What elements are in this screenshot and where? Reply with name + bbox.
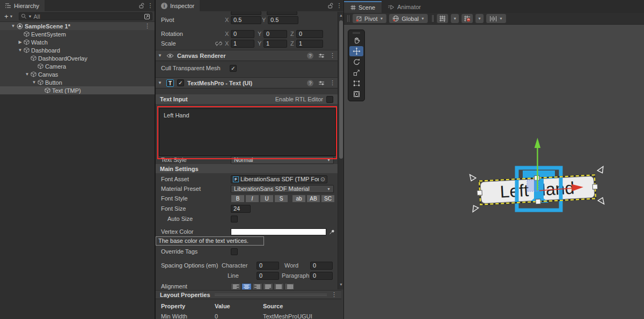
- spacing-paragraph-field[interactable]: 0: [310, 272, 333, 280]
- layout-menu-icon[interactable]: ⋮: [331, 291, 337, 298]
- rotation-x-field[interactable]: 0: [231, 30, 254, 38]
- spacing-character-field[interactable]: 0: [257, 262, 279, 270]
- vertex-color-swatch[interactable]: [231, 228, 326, 235]
- grid-snap-caret[interactable]: ▼: [475, 14, 484, 23]
- hierarchy-row[interactable]: ▶ DashboardOverlay: [0, 54, 155, 62]
- clipped-field[interactable]: [231, 11, 261, 15]
- foldout-collapsed-icon[interactable]: ▶: [17, 40, 24, 44]
- rotation-y-field[interactable]: 0: [264, 30, 287, 38]
- lowercase-button[interactable]: ab: [292, 195, 306, 203]
- eyedropper-icon[interactable]: [329, 229, 335, 235]
- scene-menu-icon[interactable]: ⋮: [144, 23, 150, 29]
- eye-icon[interactable]: [166, 53, 174, 58]
- smallcaps-button[interactable]: SC: [321, 195, 335, 203]
- palette-grip[interactable]: [349, 31, 363, 35]
- foldout-expanded-icon[interactable]: ▼: [158, 53, 163, 58]
- cull-checkbox[interactable]: [230, 65, 237, 72]
- foldout-expanded-icon[interactable]: ▼: [31, 80, 38, 85]
- align-left-button[interactable]: [231, 283, 241, 290]
- rtl-checkbox[interactable]: [326, 96, 333, 103]
- align-justify-button[interactable]: [263, 283, 273, 290]
- strikethrough-button[interactable]: S: [274, 195, 288, 203]
- object-picker-icon[interactable]: ⊙: [320, 176, 325, 183]
- presets-icon[interactable]: [318, 80, 325, 86]
- grid-visibility-caret[interactable]: ▼: [451, 14, 459, 23]
- hierarchy-empty-area[interactable]: [0, 94, 155, 319]
- xy-plane-handle[interactable]: [527, 180, 538, 191]
- uppercase-button[interactable]: AB: [306, 195, 320, 203]
- foldout-expanded-icon[interactable]: ▼: [17, 48, 24, 53]
- create-object-button[interactable]: +▼: [2, 12, 16, 20]
- spacing-line-field[interactable]: 0: [257, 272, 279, 280]
- scroll-up-icon[interactable]: ▲: [338, 13, 344, 17]
- material-preset-dropdown[interactable]: LiberationSans SDF Material▼: [231, 185, 334, 193]
- foldout-expanded-icon[interactable]: ▼: [158, 80, 163, 85]
- scroll-down-icon[interactable]: ▼: [338, 283, 344, 286]
- scrollbar-thumb[interactable]: [339, 20, 343, 159]
- hierarchy-row[interactable]: ▼ Dashboard: [0, 46, 155, 54]
- transform-tool-button[interactable]: [349, 89, 363, 99]
- hierarchy-row[interactable]: ▼ Canvas: [0, 70, 155, 78]
- scale-z-field[interactable]: 1: [296, 40, 323, 48]
- main-settings-bar[interactable]: Main Settings: [156, 164, 338, 173]
- pivot-y-field[interactable]: 0.5: [268, 16, 298, 24]
- pivot-x-field[interactable]: 0.5: [231, 16, 261, 24]
- hierarchy-row[interactable]: ▶ Watch: [0, 38, 155, 46]
- search-input[interactable]: ▼ All: [19, 12, 152, 20]
- font-size-field[interactable]: 24: [231, 205, 251, 213]
- help-icon[interactable]: ?: [307, 53, 313, 59]
- align-right-button[interactable]: [252, 283, 262, 290]
- align-flush-button[interactable]: [274, 283, 284, 290]
- help-icon[interactable]: ?: [307, 80, 313, 86]
- pivot-mode-button[interactable]: Pivot▼: [353, 14, 386, 23]
- scale-y-field[interactable]: 1: [264, 40, 287, 48]
- scene-viewport[interactable]: Left Hand: [344, 25, 644, 319]
- grid-snap-button[interactable]: [462, 14, 473, 23]
- rotation-z-field[interactable]: 0: [296, 30, 323, 38]
- component-enabled-checkbox[interactable]: [177, 79, 184, 86]
- tab-animator[interactable]: Animator: [382, 1, 427, 13]
- panel-menu-icon[interactable]: ⋮: [335, 0, 343, 11]
- underline-button[interactable]: U: [260, 195, 274, 203]
- hierarchy-row[interactable]: ▶ EventSystem: [0, 30, 155, 38]
- link-broken-icon[interactable]: [215, 41, 222, 46]
- spacing-word-field[interactable]: 0: [310, 262, 333, 270]
- tab-scene[interactable]: Scene: [344, 1, 382, 13]
- component-menu-icon[interactable]: ⋮: [330, 52, 335, 59]
- tab-hierarchy[interactable]: Hierarchy: [0, 0, 45, 11]
- foldout-expanded-icon[interactable]: ▼: [24, 72, 31, 77]
- text-value-textarea[interactable]: Left Hand: [159, 108, 336, 156]
- scale-x-field[interactable]: 1: [231, 40, 254, 48]
- panel-menu-icon[interactable]: ⋮: [146, 0, 155, 11]
- text-style-dropdown[interactable]: Normal▼: [231, 156, 334, 164]
- search-picker-icon[interactable]: [144, 13, 150, 20]
- override-tags-checkbox[interactable]: [231, 248, 238, 255]
- scale-tool-button[interactable]: [349, 68, 363, 78]
- text-input-bar[interactable]: Text Input Enable RTL Editor: [156, 94, 338, 104]
- align-geometry-button[interactable]: [284, 283, 295, 290]
- rotate-tool-button[interactable]: [349, 57, 363, 67]
- search-filter-caret[interactable]: ▼: [28, 14, 32, 18]
- lock-icon[interactable]: [137, 0, 146, 11]
- hierarchy-row-selected[interactable]: ▶ Text (TMP): [0, 86, 155, 94]
- canvas-renderer-header[interactable]: ▼ Canvas Renderer ? ⋮: [156, 50, 338, 61]
- hierarchy-row[interactable]: ▶ Camera: [0, 62, 155, 70]
- font-asset-field[interactable]: F LiberationSans SDF (TMP Font A ⊙: [231, 175, 327, 183]
- layout-properties-header[interactable]: Layout Properties ⋮: [156, 290, 341, 299]
- align-center-button[interactable]: [241, 283, 252, 290]
- rect-tool-button[interactable]: [349, 78, 363, 88]
- italic-button[interactable]: I: [245, 195, 259, 203]
- lock-icon[interactable]: [326, 0, 335, 11]
- bold-button[interactable]: B: [231, 195, 245, 203]
- snap-increment-button[interactable]: ▼: [486, 14, 506, 23]
- clipped-field[interactable]: [267, 11, 297, 15]
- hierarchy-row-scene[interactable]: ▼ SampleScene 1* ⋮: [0, 22, 155, 30]
- toolbar-grip-icon[interactable]: [347, 15, 350, 22]
- grid-visibility-button[interactable]: [437, 14, 448, 23]
- tmp-header[interactable]: ▼ T TextMeshPro - Text (UI) ? ⋮: [156, 77, 338, 88]
- auto-size-checkbox[interactable]: [231, 216, 238, 222]
- hierarchy-row[interactable]: ▼ Button: [0, 78, 155, 86]
- inspector-scrollbar[interactable]: ▲ ▼: [338, 12, 343, 290]
- foldout-expanded-icon[interactable]: ▼: [10, 24, 17, 28]
- tab-inspector[interactable]: i Inspector: [156, 0, 200, 11]
